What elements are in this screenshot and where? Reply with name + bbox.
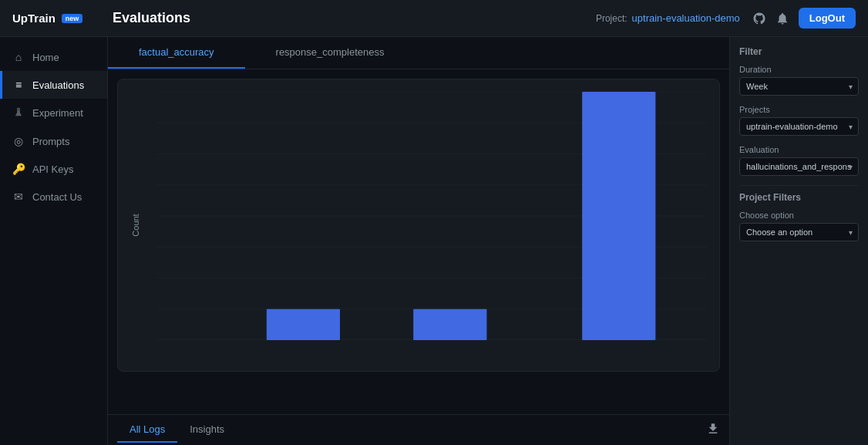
duration-select-wrapper: Day Week Month Year — [739, 77, 859, 96]
logo-badge: new — [62, 14, 83, 23]
sidebar-item-api-keys-label: API Keys — [32, 164, 73, 175]
svg-rect-20 — [413, 309, 486, 340]
bottom-tab-all-logs[interactable]: All Logs — [117, 417, 177, 443]
logo-area: UpTrain new — [12, 12, 113, 25]
logout-button[interactable]: LogOut — [799, 8, 856, 29]
project-filters-title: Project Filters — [739, 192, 859, 203]
project-name: uptrain-evaluation-demo — [632, 12, 740, 24]
sidebar-item-api-keys[interactable]: 🔑 API Keys — [0, 155, 107, 183]
main-layout: ⌂ Home ≡ Evaluations Experiment ◎ Prompt… — [0, 37, 868, 445]
evaluation-select[interactable]: hallucinations_and_response_qual — [739, 157, 859, 176]
chart-area: Count 8 7 6 5 4 — [108, 69, 729, 414]
sidebar-item-contact[interactable]: ✉ Contact Us — [0, 183, 107, 211]
filter-section-title: Filter — [739, 46, 859, 57]
divider — [739, 185, 859, 186]
right-panel: Filter Duration Day Week Month Year Proj… — [729, 37, 868, 445]
page-title: Evaluations — [113, 10, 596, 26]
github-icon-button[interactable] — [752, 12, 766, 25]
chart-container: Count 8 7 6 5 4 — [117, 79, 720, 372]
tab-response-completeness[interactable]: response_completeness — [245, 37, 415, 69]
download-icon[interactable] — [706, 422, 720, 439]
bottom-tab-insights[interactable]: Insights — [177, 417, 237, 443]
projects-label: Projects — [739, 105, 859, 114]
header: UpTrain new Evaluations Project: uptrain… — [0, 0, 868, 37]
content: factual_accuracy response_completeness C… — [108, 37, 729, 445]
sidebar-item-experiment[interactable]: Experiment — [0, 99, 107, 127]
header-project: Project: uptrain-evaluation-demo — [596, 12, 740, 24]
evaluation-label: Evaluation — [739, 145, 859, 154]
bottom-tabs: All Logs Insights — [108, 414, 729, 445]
bar-chart: 8 7 6 5 4 3 2 1 0 0 0.8333333333333334 — [156, 92, 707, 340]
evaluations-icon: ≡ — [12, 79, 25, 91]
sidebar-item-home[interactable]: ⌂ Home — [0, 43, 107, 71]
sidebar-item-prompts-label: Prompts — [32, 136, 69, 147]
project-select-wrapper: uptrain-evaluation-demo — [739, 117, 859, 136]
y-axis-label: Count — [131, 214, 140, 236]
choose-option-select[interactable]: Choose an option — [739, 223, 859, 241]
logo-text: UpTrain — [12, 12, 56, 25]
tabs-bar: factual_accuracy response_completeness — [108, 37, 729, 69]
api-keys-icon: 🔑 — [12, 163, 25, 175]
duration-label: Duration — [739, 65, 859, 74]
project-label: Project: — [596, 13, 627, 24]
sidebar-item-contact-label: Contact Us — [32, 191, 82, 203]
evaluation-select-wrapper: hallucinations_and_response_qual — [739, 157, 859, 176]
header-icons — [752, 12, 789, 25]
duration-select[interactable]: Day Week Month Year — [739, 77, 859, 96]
prompts-icon: ◎ — [12, 135, 25, 147]
home-icon: ⌂ — [12, 51, 25, 63]
contact-icon: ✉ — [12, 190, 25, 203]
sidebar-item-prompts[interactable]: ◎ Prompts — [0, 127, 107, 155]
experiment-icon — [12, 106, 25, 120]
svg-rect-22 — [582, 92, 655, 340]
choose-option-select-wrapper: Choose an option — [739, 223, 859, 241]
choose-option-label: Choose option — [739, 211, 859, 220]
tab-factual-accuracy[interactable]: factual_accuracy — [108, 37, 245, 69]
notification-icon-button[interactable] — [775, 12, 789, 25]
svg-rect-18 — [267, 309, 340, 340]
sidebar-item-evaluations[interactable]: ≡ Evaluations — [0, 71, 107, 99]
project-select[interactable]: uptrain-evaluation-demo — [739, 117, 859, 136]
sidebar: ⌂ Home ≡ Evaluations Experiment ◎ Prompt… — [0, 37, 108, 445]
sidebar-item-home-label: Home — [32, 52, 59, 63]
sidebar-item-evaluations-label: Evaluations — [32, 79, 84, 91]
sidebar-item-experiment-label: Experiment — [32, 107, 83, 119]
